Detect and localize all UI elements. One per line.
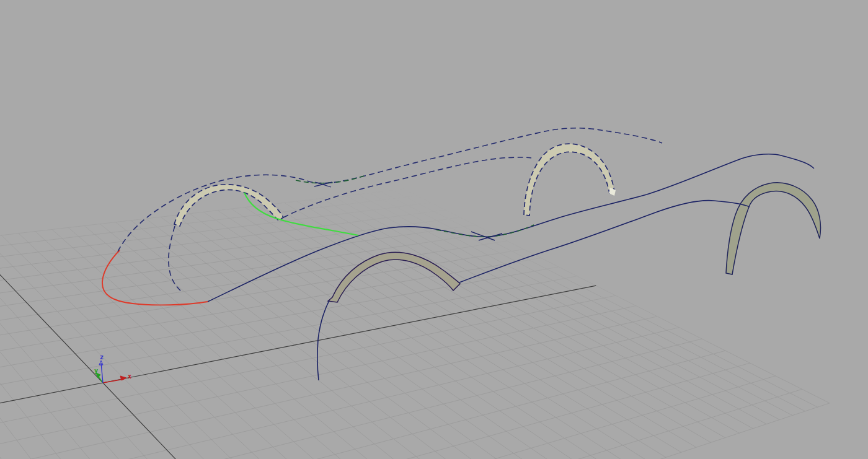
axis-label-z: z (100, 354, 104, 361)
perspective-scene-canvas[interactable]: xyz (0, 0, 868, 459)
axis-label-y: y (94, 367, 98, 374)
axis-label-x: x (128, 373, 131, 380)
viewport-3d[interactable]: xyz (0, 0, 868, 459)
